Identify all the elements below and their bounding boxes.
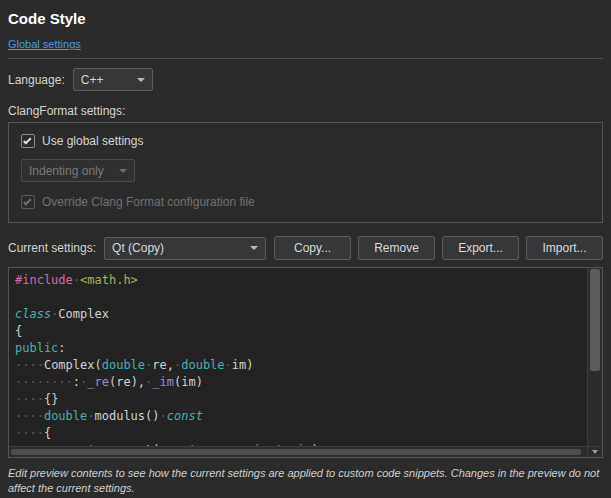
footer-note: Edit preview contents to see how the cur… bbox=[8, 466, 603, 497]
code-line: #include·<math.h> bbox=[15, 272, 587, 289]
current-settings-row: Current settings: Qt (Copy) Copy... Remo… bbox=[8, 236, 603, 260]
indent-mode-value: Indenting only bbox=[29, 164, 111, 178]
indent-mode-select[interactable]: Indenting only bbox=[21, 159, 135, 182]
code-preview-editor[interactable]: #include·<math.h> class·Complex{public:·… bbox=[8, 267, 603, 458]
global-settings-link[interactable]: Global settings bbox=[8, 38, 81, 50]
current-settings-select[interactable]: Qt (Copy) bbox=[104, 237, 266, 260]
code-line: ····double·modulus()·const bbox=[15, 408, 587, 425]
checkbox-box bbox=[21, 195, 35, 209]
code-line bbox=[15, 289, 587, 306]
chevron-down-icon bbox=[119, 169, 127, 173]
chevron-down-icon bbox=[250, 246, 258, 250]
clangformat-section-label: ClangFormat settings: bbox=[8, 104, 603, 118]
checkbox-box bbox=[21, 134, 35, 148]
code-style-page: Code Style Global settings Language: C++… bbox=[0, 0, 611, 497]
current-settings-label: Current settings: bbox=[8, 241, 96, 255]
use-global-settings-label: Use global settings bbox=[42, 134, 143, 148]
arrow-down-icon bbox=[592, 450, 598, 454]
code-line: { bbox=[15, 323, 587, 340]
horizontal-scrollbar[interactable] bbox=[9, 446, 587, 457]
code-line: ····{} bbox=[15, 391, 587, 408]
override-clang-format-checkbox[interactable]: Override Clang Format configuration file bbox=[21, 195, 590, 209]
horizontal-scrollbar-thumb[interactable] bbox=[11, 449, 581, 455]
separator bbox=[8, 58, 603, 59]
language-select[interactable]: C++ bbox=[73, 68, 153, 91]
code-line: public: bbox=[15, 340, 587, 357]
override-clang-format-label: Override Clang Format configuration file bbox=[42, 195, 255, 209]
settings-buttons: Copy... Remove Export... Import... bbox=[274, 236, 603, 260]
import-button[interactable]: Import... bbox=[526, 236, 603, 260]
language-select-value: C++ bbox=[81, 73, 129, 87]
export-button[interactable]: Export... bbox=[442, 236, 519, 260]
code-line: ········:·_re(re),·_im(im) bbox=[15, 374, 587, 391]
use-global-settings-checkbox[interactable]: Use global settings bbox=[21, 134, 590, 148]
scroll-down-button[interactable] bbox=[587, 446, 602, 457]
code-line: ····Complex(double·re,·double·im) bbox=[15, 357, 587, 374]
code-line: class·Complex bbox=[15, 306, 587, 323]
vertical-scrollbar-thumb[interactable] bbox=[590, 269, 600, 371]
vertical-scrollbar[interactable] bbox=[587, 268, 602, 446]
chevron-down-icon bbox=[137, 78, 145, 82]
check-icon bbox=[23, 197, 31, 205]
page-title: Code Style bbox=[8, 10, 603, 27]
clangformat-group: Use global settings Indenting only Overr… bbox=[8, 122, 603, 223]
language-row: Language: C++ bbox=[8, 68, 603, 91]
code-line: ····{ bbox=[15, 425, 587, 442]
language-label: Language: bbox=[8, 73, 65, 87]
remove-button[interactable]: Remove bbox=[358, 236, 435, 260]
copy-button[interactable]: Copy... bbox=[274, 236, 351, 260]
check-icon bbox=[23, 136, 31, 144]
current-settings-value: Qt (Copy) bbox=[112, 241, 242, 255]
code-area[interactable]: #include·<math.h> class·Complex{public:·… bbox=[9, 268, 587, 446]
